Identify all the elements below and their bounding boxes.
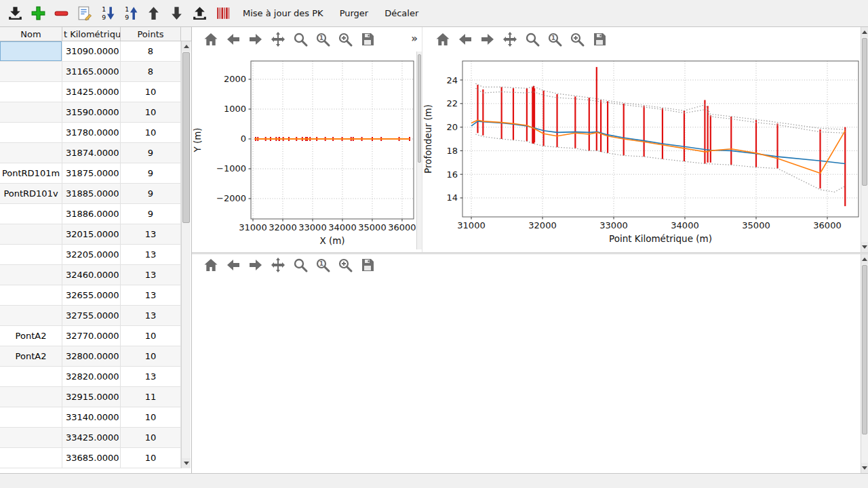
- move-up-button[interactable]: [142, 3, 164, 24]
- move-down-button[interactable]: [165, 3, 187, 24]
- cell-pk[interactable]: 32655.0000: [62, 285, 121, 306]
- cell-points[interactable]: 13: [121, 245, 181, 265]
- cell-nom[interactable]: [0, 245, 62, 265]
- zoom-plus-icon[interactable]: [337, 31, 353, 47]
- scroll-up-arrow[interactable]: [182, 41, 191, 52]
- cell-points[interactable]: 9: [121, 204, 181, 224]
- scrollbar-track[interactable]: [182, 52, 191, 458]
- zoom-icon[interactable]: [292, 257, 309, 273]
- scrollbar-thumb[interactable]: [418, 54, 421, 163]
- cell-nom[interactable]: PontRD101v: [0, 184, 62, 204]
- cell-nom[interactable]: [0, 428, 62, 448]
- sort-ascending-button[interactable]: 19: [119, 3, 141, 24]
- cell-nom[interactable]: [0, 306, 62, 326]
- cell-points[interactable]: 10: [121, 448, 181, 468]
- zoom-icon[interactable]: [524, 31, 540, 47]
- back-icon[interactable]: [225, 257, 241, 273]
- back-icon[interactable]: [225, 31, 241, 47]
- zoom-icon[interactable]: [292, 31, 309, 47]
- column-header-point-kilometrique[interactable]: t Kilométrique: [62, 27, 121, 41]
- table-scrollbar[interactable]: [181, 41, 191, 468]
- cell-pk[interactable]: 31874.0000: [62, 143, 121, 163]
- cell-pk[interactable]: 32205.0000: [62, 245, 121, 265]
- cell-points[interactable]: 13: [121, 306, 181, 326]
- cell-pk[interactable]: 33685.0000: [62, 448, 121, 468]
- scroll-down-arrow[interactable]: [182, 458, 191, 468]
- column-header-nom[interactable]: Nom: [0, 27, 62, 41]
- cell-nom[interactable]: PontRD101m: [0, 163, 62, 184]
- cell-nom[interactable]: [0, 204, 62, 224]
- edit-list-button[interactable]: [73, 3, 95, 24]
- cell-nom[interactable]: [0, 62, 62, 82]
- cell-points[interactable]: 11: [121, 387, 181, 407]
- cell-pk[interactable]: 32915.0000: [62, 387, 121, 407]
- xy-plot-scrollbar[interactable]: [416, 52, 422, 249]
- profile-plot-canvas[interactable]: 3100032000330003400035000360002422201816…: [422, 52, 861, 249]
- cell-points[interactable]: 10: [121, 407, 181, 428]
- add-row-button[interactable]: [27, 3, 49, 24]
- cell-nom[interactable]: [0, 407, 62, 428]
- cell-points[interactable]: 10: [121, 102, 181, 123]
- scrollbar-track[interactable]: [861, 37, 868, 242]
- home-icon[interactable]: [435, 31, 451, 47]
- cell-points[interactable]: 9: [121, 184, 181, 204]
- cell-points[interactable]: 10: [121, 346, 181, 367]
- cell-nom[interactable]: PontA2: [0, 346, 62, 367]
- cell-nom[interactable]: [0, 367, 62, 387]
- zoom-one-icon[interactable]: 1: [315, 31, 331, 47]
- scroll-up-arrow[interactable]: [861, 27, 868, 37]
- cell-pk[interactable]: 32770.0000: [62, 326, 121, 346]
- remove-row-button[interactable]: [50, 3, 72, 24]
- cell-nom[interactable]: [0, 82, 62, 102]
- update-pk-button[interactable]: Mise à jour des PK: [235, 3, 332, 24]
- cell-pk[interactable]: 31590.0000: [62, 102, 121, 123]
- cell-pk[interactable]: 32460.0000: [62, 265, 121, 285]
- sort-descending-button[interactable]: 19: [96, 3, 118, 24]
- shift-button[interactable]: Décaler: [376, 3, 427, 24]
- cell-points[interactable]: 13: [121, 285, 181, 306]
- pan-icon[interactable]: [270, 31, 286, 47]
- column-header-points[interactable]: Points: [121, 27, 181, 41]
- cell-points[interactable]: 8: [121, 41, 181, 62]
- xy-plot-canvas[interactable]: 310003200033000340003500036000200010000−…: [192, 52, 416, 249]
- cell-nom[interactable]: [0, 143, 62, 163]
- cell-pk[interactable]: 32015.0000: [62, 224, 121, 245]
- save-icon[interactable]: [359, 31, 376, 47]
- cell-pk[interactable]: 31425.0000: [62, 82, 121, 102]
- toolbar-overflow-chevron[interactable]: »: [411, 33, 418, 45]
- pan-icon[interactable]: [502, 31, 518, 47]
- pan-icon[interactable]: [270, 257, 286, 273]
- scroll-up-arrow[interactable]: [861, 254, 868, 264]
- cell-points[interactable]: 9: [121, 163, 181, 184]
- scroll-down-arrow[interactable]: [861, 242, 868, 252]
- cell-nom[interactable]: [0, 224, 62, 245]
- cell-pk[interactable]: 32820.0000: [62, 367, 121, 387]
- cell-nom[interactable]: PontA2: [0, 326, 62, 346]
- cell-points[interactable]: 13: [121, 224, 181, 245]
- save-icon[interactable]: [359, 257, 376, 273]
- cell-pk[interactable]: 31165.0000: [62, 62, 121, 82]
- cell-pk[interactable]: 33425.0000: [62, 428, 121, 448]
- scrollbar-track[interactable]: [417, 54, 422, 247]
- cell-nom[interactable]: [0, 448, 62, 468]
- scrollbar-thumb[interactable]: [862, 265, 867, 434]
- scrollbar-thumb[interactable]: [182, 52, 190, 223]
- cell-pk[interactable]: 31875.0000: [62, 163, 121, 184]
- cell-points[interactable]: 9: [121, 143, 181, 163]
- cell-pk[interactable]: 31886.0000: [62, 204, 121, 224]
- import-button[interactable]: [4, 3, 26, 24]
- zoom-plus-icon[interactable]: [337, 257, 353, 273]
- top-right-scrollbar[interactable]: [861, 27, 868, 252]
- cell-nom[interactable]: [0, 285, 62, 306]
- back-icon[interactable]: [457, 31, 473, 47]
- cell-points[interactable]: 13: [121, 367, 181, 387]
- zoom-plus-icon[interactable]: [569, 31, 585, 47]
- forward-icon[interactable]: [479, 31, 496, 47]
- cell-nom[interactable]: [0, 102, 62, 123]
- cell-points[interactable]: 13: [121, 265, 181, 285]
- forward-icon[interactable]: [248, 31, 264, 47]
- cell-points[interactable]: 10: [121, 326, 181, 346]
- bottom-right-scrollbar[interactable]: [861, 254, 868, 473]
- cell-nom[interactable]: [0, 387, 62, 407]
- cell-nom[interactable]: [0, 123, 62, 143]
